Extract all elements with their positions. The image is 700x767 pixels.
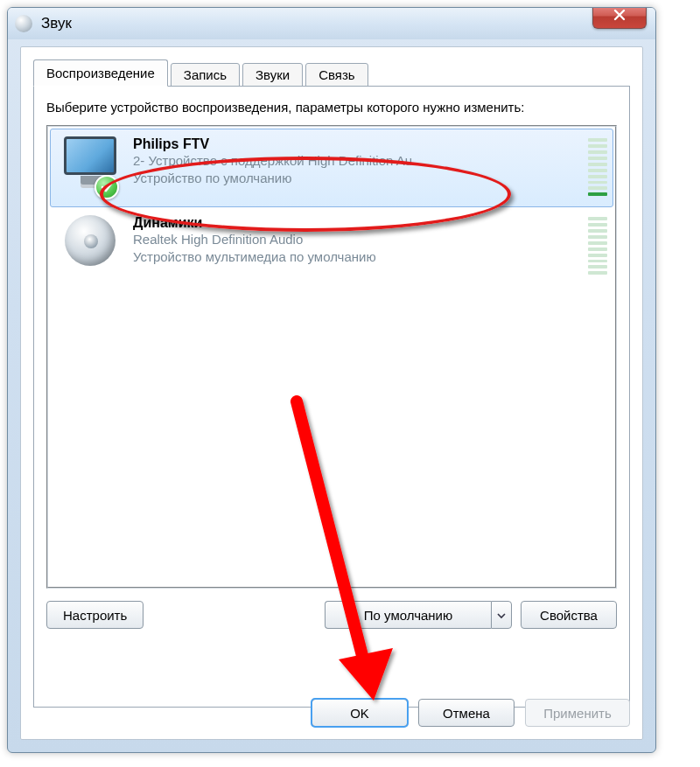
tab-sounds[interactable]: Звуки [242, 63, 303, 87]
device-item-philips-ftv[interactable]: Philips FTV 2- Устройство с поддержкой H… [50, 129, 613, 207]
monitor-icon [64, 136, 116, 175]
set-default-button[interactable]: По умолчанию [325, 601, 491, 629]
device-actions-row: Настроить По умолчанию Свойства [46, 601, 617, 629]
device-thumbnail [56, 215, 124, 266]
chevron-down-icon [497, 608, 506, 623]
sound-app-icon [15, 15, 32, 32]
set-default-dropdown[interactable] [491, 601, 512, 629]
device-item-speakers[interactable]: Динамики Realtek High Definition Audio У… [50, 207, 613, 286]
titlebar[interactable]: Звук [8, 8, 655, 39]
device-thumbnail [56, 136, 124, 175]
device-name: Philips FTV [133, 136, 581, 152]
dialog-button-row: OK Отмена Применить [33, 699, 630, 727]
configure-button[interactable]: Настроить [46, 601, 144, 629]
ok-button[interactable]: OK [312, 699, 408, 727]
instruction-text: Выберите устройство воспроизведения, пар… [46, 99, 617, 116]
device-name: Динамики [133, 215, 581, 231]
close-icon [612, 8, 626, 24]
tab-recording[interactable]: Запись [171, 63, 240, 87]
properties-button[interactable]: Свойства [521, 601, 617, 629]
device-subtitle: Realtek High Definition Audio [133, 231, 581, 248]
device-status: Устройство мультимедиа по умолчанию [133, 248, 581, 266]
tab-playback[interactable]: Воспроизведение [33, 59, 168, 87]
level-meter [588, 136, 607, 198]
client-area: Воспроизведение Запись Звуки Связь Выбер… [20, 46, 643, 740]
default-check-icon [94, 175, 119, 199]
tab-communications[interactable]: Связь [305, 63, 368, 87]
set-default-splitbutton[interactable]: По умолчанию [325, 601, 512, 629]
speaker-icon [65, 215, 116, 266]
sound-dialog-window: Звук Воспроизведение Запись Звуки Связь … [7, 7, 656, 753]
device-status: Устройство по умолчанию [133, 170, 581, 187]
device-subtitle: 2- Устройство с поддержкой High Definiti… [133, 152, 581, 170]
playback-device-list[interactable]: Philips FTV 2- Устройство с поддержкой H… [46, 125, 617, 589]
apply-button[interactable]: Применить [525, 699, 630, 727]
cancel-button[interactable]: Отмена [418, 699, 514, 727]
tab-playback-body: Выберите устройство воспроизведения, пар… [33, 87, 630, 708]
close-button[interactable] [592, 7, 647, 29]
window-title: Звук [41, 15, 72, 32]
tab-strip: Воспроизведение Запись Звуки Связь [33, 59, 630, 87]
level-meter [588, 215, 607, 276]
